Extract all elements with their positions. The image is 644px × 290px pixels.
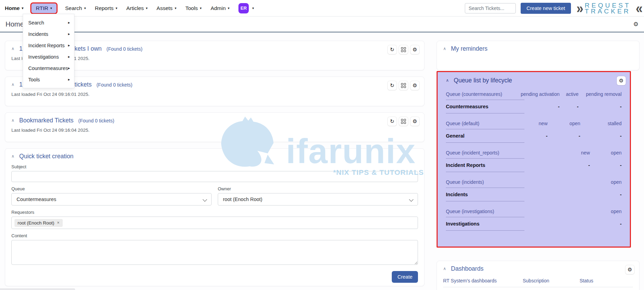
collapse-chevron-icon[interactable]: ∧: [443, 266, 446, 271]
panel-titlerow: ∧ Quick ticket creation: [11, 153, 418, 160]
column-header[interactable]: active: [560, 91, 579, 97]
panel-action-icons: ↻ ⚙: [388, 45, 419, 54]
queue-label[interactable]: Queue (countermeasures): [446, 91, 508, 97]
grid-glyph: [401, 47, 406, 52]
submenu-arrow-icon: ▸: [68, 77, 70, 82]
queue-count: -: [590, 221, 622, 227]
layout-grid-icon[interactable]: [399, 45, 408, 54]
rtir-menu-item-incidents[interactable]: Incidents ▸: [23, 28, 74, 40]
user-menu-caret-icon[interactable]: ▾: [252, 7, 254, 10]
nav-item-home[interactable]: Home ▾: [5, 5, 23, 11]
nav-item-assets[interactable]: Assets ▾: [156, 5, 176, 11]
create-button[interactable]: Create: [392, 271, 418, 283]
dashboards-name-column[interactable]: RT System's dashboards: [443, 278, 523, 283]
panel-quick-ticket-creation: ∧ Quick ticket creation Subject Queue Co…: [5, 148, 425, 286]
nav-item-articles[interactable]: Articles ▾: [126, 5, 148, 11]
queue-label[interactable]: Queue (investigations): [446, 209, 590, 214]
refresh-icon[interactable]: ↻: [388, 117, 397, 126]
subject-input[interactable]: [11, 171, 418, 182]
column-header[interactable]: new: [549, 150, 590, 156]
caret-down-icon: ▾: [84, 7, 86, 10]
queue-count: -: [590, 192, 622, 197]
collapse-chevron-icon[interactable]: ∧: [11, 118, 14, 123]
nav-assets-label: Assets: [156, 5, 173, 11]
panel-settings-gear-icon[interactable]: ⚙: [410, 81, 419, 90]
content-textarea[interactable]: [11, 240, 418, 265]
nav-item-search[interactable]: Search ▾: [65, 5, 86, 11]
panel-settings-gear-icon[interactable]: ⚙: [410, 45, 419, 54]
create-new-ticket-button[interactable]: Create new ticket: [521, 3, 571, 14]
menu-item-label: Tools: [28, 77, 40, 82]
nav-item-tools[interactable]: Tools ▾: [185, 5, 202, 11]
search-tickets-input[interactable]: [465, 3, 516, 13]
rtir-menu-item-investigations[interactable]: Investigations ▸: [23, 51, 74, 62]
queue-name[interactable]: General: [446, 133, 518, 139]
collapse-chevron-icon[interactable]: ∧: [11, 82, 14, 87]
page-settings-gear-icon[interactable]: ⚙: [633, 21, 638, 28]
queue-label: Queue: [11, 186, 212, 191]
rtir-menu-item-search[interactable]: Search ▸: [23, 17, 74, 28]
panel-settings-gear-icon[interactable]: ⚙: [410, 117, 419, 126]
nav-item-reports[interactable]: Reports ▾: [95, 5, 117, 11]
requestor-tag-label: root (Enoch Root): [18, 220, 54, 226]
grid-glyph: [401, 83, 406, 88]
column-header[interactable]: pending removal: [579, 91, 622, 97]
rtir-menu-item-countermeasures[interactable]: Countermeasures ▸: [23, 62, 74, 74]
user-avatar[interactable]: ER: [238, 3, 249, 13]
collapse-chevron-icon[interactable]: ∧: [446, 78, 449, 83]
page-title: Home: [6, 20, 24, 28]
queue-name[interactable]: Countermeasures: [446, 104, 508, 109]
caret-down-icon: ▾: [115, 7, 117, 10]
grid-glyph: [401, 119, 406, 124]
remove-requestor-icon[interactable]: ×: [57, 220, 60, 225]
column-header[interactable]: new: [518, 121, 548, 126]
queue-label[interactable]: Queue (incident_reports): [446, 150, 549, 156]
queue-name[interactable]: Incidents: [446, 192, 590, 197]
column-header[interactable]: open: [590, 179, 622, 185]
rtir-menu-item-tools[interactable]: Tools ▸: [23, 74, 74, 85]
panel-title[interactable]: My reminders: [451, 45, 488, 52]
owner-select[interactable]: root (Enoch Root): [218, 193, 418, 206]
refresh-icon[interactable]: ↻: [388, 45, 397, 54]
owner-field: Owner root (Enoch Root): [218, 182, 418, 206]
refresh-glyph: ↻: [390, 47, 395, 53]
column-header[interactable]: open: [548, 121, 580, 126]
panel-title[interactable]: Dashboards: [451, 265, 483, 272]
next-panel-edge: [0, 288, 75, 290]
dashboards-status-column: Status: [580, 278, 633, 283]
queue-label[interactable]: Queue (default): [446, 121, 518, 126]
panel-title[interactable]: Queue list by lifecycle: [454, 77, 512, 84]
queue-name[interactable]: Investigations: [446, 221, 590, 227]
panel-settings-gear-icon[interactable]: ⚙: [617, 76, 626, 85]
nav-item-rtir-active[interactable]: RTIR ▾: [30, 2, 58, 14]
panel-title[interactable]: Bookmarked Tickets: [19, 117, 74, 124]
collapse-chevron-icon[interactable]: ∧: [443, 46, 446, 51]
queue-count: -: [579, 104, 622, 109]
panel-action-icons: ↻ ⚙: [388, 117, 419, 126]
collapse-chevron-icon[interactable]: ∧: [11, 154, 14, 159]
submenu-arrow-icon: ▸: [68, 54, 70, 59]
rtir-dropdown-menu: Search ▸ Incidents ▸ Incident Reports ▸ …: [23, 14, 74, 88]
menu-item-label: Search: [28, 20, 44, 26]
layout-grid-icon[interactable]: [399, 117, 408, 126]
gear-glyph: ⚙: [412, 47, 417, 53]
layout-grid-icon[interactable]: [399, 81, 408, 90]
column-header[interactable]: stalled: [580, 121, 622, 126]
column-header[interactable]: open: [590, 150, 622, 156]
form-actions: Create: [11, 271, 418, 283]
queue-name[interactable]: Incident Reports: [446, 162, 549, 168]
refresh-icon[interactable]: ↻: [388, 81, 397, 90]
queue-label[interactable]: Queue (incidents): [446, 179, 590, 185]
queue-select[interactable]: Countermeasures: [11, 193, 212, 206]
collapse-chevron-icon[interactable]: ∧: [11, 46, 14, 51]
column-header[interactable]: pending activation: [508, 91, 560, 97]
panel-settings-gear-icon[interactable]: ⚙: [625, 265, 634, 274]
nav-item-admin[interactable]: Admin ▾: [211, 5, 229, 11]
panel-title[interactable]: Quick ticket creation: [19, 153, 74, 160]
panel-titlerow: ∧ Dashboards: [443, 265, 633, 272]
rtir-menu-item-incident-reports[interactable]: Incident Reports ▸: [23, 40, 74, 51]
column-header[interactable]: open: [590, 209, 622, 214]
caret-down-icon: ▾: [175, 7, 176, 10]
logo-line1: REQUEST: [585, 2, 631, 8]
requestors-input[interactable]: root (Enoch Root) ×: [11, 217, 418, 229]
